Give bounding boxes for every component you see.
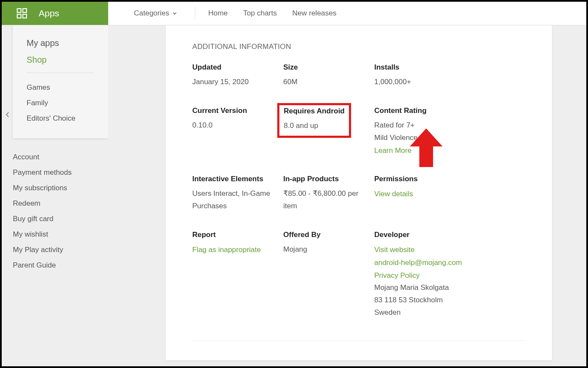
- sidebar-games[interactable]: Games: [27, 80, 94, 95]
- sidebar-parent-guide[interactable]: Parent Guide: [13, 258, 108, 273]
- nav-home[interactable]: Home: [200, 9, 235, 18]
- developer-address3: Sweden: [374, 307, 477, 319]
- card-divider: [192, 341, 526, 341]
- info-card: ADDITIONAL INFORMATION Updated January 1…: [166, 25, 552, 360]
- info-offered: Offered By Mojang: [283, 231, 374, 319]
- rating-line2: Mild Violence: [374, 132, 457, 144]
- info-row-4: Report Flag as inappropriate Offered By …: [192, 231, 526, 319]
- top-nav: Categories Home Top charts New releases: [108, 2, 344, 25]
- sidebar-editors-choice[interactable]: Editors' Choice: [27, 111, 94, 126]
- report-link[interactable]: Flag as inappropriate: [192, 243, 275, 256]
- developer-address2: 83 118 53 Stockholm: [374, 294, 477, 307]
- version-label: Current Version: [192, 106, 275, 115]
- brand-apps[interactable]: Apps: [2, 2, 108, 25]
- info-developer: Developer Visit website android-help@moj…: [374, 231, 486, 319]
- info-row-2: Current Version 0.10.0 Requires Android …: [192, 106, 526, 157]
- developer-email[interactable]: android-help@mojang.com: [374, 256, 477, 269]
- requires-label: Requires Android: [284, 107, 345, 116]
- section-title: ADDITIONAL INFORMATION: [192, 43, 526, 51]
- info-version: Current Version 0.10.0: [192, 106, 283, 157]
- inapp-label: In-app Products: [283, 175, 366, 183]
- sidebar-account: Account Payment methods My subscriptions…: [2, 138, 108, 273]
- info-rating: Content Rating Rated for 7+ Mild Violenc…: [374, 106, 465, 157]
- info-row-3: Interactive Elements Users Interact, In-…: [192, 175, 526, 213]
- brand-label: Apps: [39, 8, 59, 18]
- svg-rect-0: [17, 9, 21, 12]
- developer-address1: Mojang Maria Skolgata: [374, 282, 477, 294]
- categories-label: Categories: [134, 9, 169, 18]
- chevron-left-icon[interactable]: [4, 110, 11, 122]
- inapp-value: ₹85.00 - ₹6,800.00 per item: [283, 188, 366, 213]
- rating-label: Content Rating: [374, 106, 457, 115]
- sidebar-account-item[interactable]: Account: [13, 149, 108, 165]
- sidebar-shop[interactable]: Shop: [27, 52, 94, 68]
- sidebar-my-apps[interactable]: My apps: [27, 35, 94, 52]
- sidebar-my-wishlist[interactable]: My wishlist: [13, 227, 108, 242]
- sidebar: My apps Shop Games Family Editors' Choic…: [2, 25, 108, 366]
- permissions-link[interactable]: View details: [374, 188, 457, 201]
- installs-value: 1,000,000+: [374, 76, 457, 88]
- info-report: Report Flag as inappropriate: [192, 231, 283, 319]
- rating-line1: Rated for 7+: [374, 119, 457, 132]
- info-installs: Installs 1,000,000+: [374, 63, 465, 88]
- sidebar-buy-gift-card[interactable]: Buy gift card: [13, 211, 108, 227]
- info-permissions: Permissions View details: [374, 175, 465, 213]
- size-label: Size: [283, 63, 366, 72]
- sidebar-family[interactable]: Family: [27, 95, 94, 111]
- top-header: Apps Categories Home Top charts New rele…: [2, 2, 586, 25]
- info-size: Size 60M: [283, 63, 374, 88]
- categories-dropdown[interactable]: Categories: [134, 7, 195, 20]
- requires-value: 8.0 and up: [284, 120, 345, 132]
- developer-label: Developer: [374, 231, 477, 239]
- sidebar-payment-methods[interactable]: Payment methods: [13, 165, 108, 180]
- sidebar-my-play-activity[interactable]: My Play activity: [13, 242, 108, 258]
- version-value: 0.10.0: [192, 119, 275, 132]
- sidebar-divider: [27, 73, 94, 73]
- size-value: 60M: [283, 76, 366, 88]
- svg-rect-1: [23, 9, 27, 12]
- developer-website[interactable]: Visit website: [374, 243, 477, 256]
- annotation-highlight-box: Requires Android 8.0 and up: [277, 103, 351, 138]
- report-label: Report: [192, 231, 275, 239]
- nav-new-releases[interactable]: New releases: [285, 9, 344, 18]
- nav-top-charts[interactable]: Top charts: [236, 9, 285, 18]
- sidebar-redeem[interactable]: Redeem: [13, 196, 108, 211]
- interactive-value: Users Interact, In-Game Purchases: [192, 188, 275, 213]
- main-content: ADDITIONAL INFORMATION Updated January 1…: [108, 25, 586, 366]
- info-requires: Requires Android 8.0 and up: [283, 106, 374, 157]
- apps-grid-icon: [16, 8, 27, 19]
- installs-label: Installs: [374, 63, 457, 72]
- info-interactive: Interactive Elements Users Interact, In-…: [192, 175, 283, 213]
- sidebar-my-subscriptions[interactable]: My subscriptions: [13, 180, 108, 196]
- info-inapp: In-app Products ₹85.00 - ₹6,800.00 per i…: [283, 175, 374, 213]
- sidebar-primary: My apps Shop Games Family Editors' Choic…: [13, 25, 108, 138]
- info-row-1: Updated January 15, 2020 Size 60M Instal…: [192, 63, 526, 88]
- updated-label: Updated: [192, 63, 275, 72]
- updated-value: January 15, 2020: [192, 76, 275, 88]
- svg-rect-3: [23, 14, 27, 18]
- svg-rect-2: [17, 14, 21, 18]
- developer-privacy[interactable]: Privacy Policy: [374, 269, 477, 282]
- info-updated: Updated January 15, 2020: [192, 63, 283, 88]
- offered-value: Mojang: [283, 243, 366, 256]
- rating-learn-more[interactable]: Learn More: [374, 144, 457, 157]
- permissions-label: Permissions: [374, 175, 457, 183]
- interactive-label: Interactive Elements: [192, 175, 275, 183]
- offered-label: Offered By: [283, 231, 366, 239]
- chevron-down-icon: [172, 10, 178, 16]
